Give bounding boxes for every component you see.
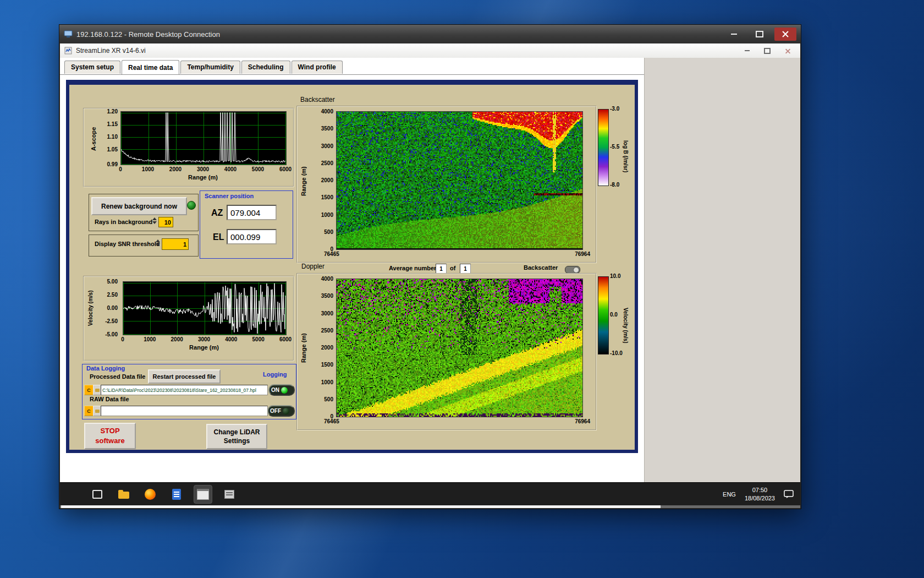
rays-spinner[interactable] [152,217,157,224]
close-icon [785,48,791,54]
velocity-xticks: 0 1000 2000 3000 4000 5000 6000 [123,336,285,343]
taskbar: ENG 07:50 18/08/2023 [60,482,800,505]
ascope-xlabel: Range (m) [120,174,285,181]
app-titlebar[interactable]: StreamLine XR v14-6.vi [60,43,800,58]
backscatter-toggle-switch[interactable] [565,266,580,274]
change-lidar-settings-button[interactable]: Change LiDAR Settings [206,424,267,449]
average-number-label: Average number [389,265,436,271]
az-label: AZ [211,208,223,218]
clock-date: 18/08/2023 [745,494,775,502]
doppler-title: Doppler [301,263,324,270]
az-value-field: 079.004 [227,205,277,220]
stop-software-button[interactable]: STOP software [84,423,136,449]
rdp-titlebar[interactable]: 192.168.0.122 - Remote Desktop Connectio… [59,25,801,43]
processed-path-field[interactable]: C:\LiDAR\Data\Proc\2023\202308\20230818\… [101,385,268,395]
doppler-heatmap [336,279,583,417]
scanner-position-title: Scanner position [205,193,254,199]
doppler-ylabel: Range (m) [300,320,307,375]
raw-logging-toggle[interactable]: OFF [267,405,295,417]
processed-logging-toggle[interactable]: ON [268,384,295,396]
backscatter-toggle-label: Backscatter [524,264,558,271]
processed-drive-button[interactable]: C [84,385,94,395]
backscatter-heatmap [336,111,583,250]
on-label: ON [271,387,279,393]
backscatter-colorbar-label: log B (/m/sr) [623,122,629,190]
rdp-title: 192.168.0.122 - Remote Desktop Connectio… [76,30,719,39]
ascope-yticks: 1.20 1.15 1.10 1.05 0.99 [100,111,119,164]
tab-bar: System setup Real time data Temp/humidit… [64,60,344,74]
snr-spinner[interactable] [156,239,160,246]
el-value-field: 000.099 [227,229,277,244]
raw-path-field[interactable] [101,406,268,416]
tab-real-time-data[interactable]: Real time data [122,60,179,74]
ascope-xticks: 0 1000 2000 3000 4000 5000 6000 [120,166,285,173]
tab-system-setup[interactable]: System setup [64,61,120,74]
rdp-close-button[interactable] [774,28,796,41]
editor-icon[interactable] [168,486,185,503]
backscatter-x-end: 76964 [565,251,590,257]
backscatter-x-start: 76465 [324,251,339,257]
app-restore-button[interactable] [759,46,776,56]
doppler-colorbar [598,276,609,355]
rdp-window: 192.168.0.122 - Remote Desktop Connectio… [59,24,801,509]
desktop-background: 192.168.0.122 - Remote Desktop Connectio… [0,0,924,578]
minimize-icon [731,34,737,35]
vi-front-panel: System setup Real time data Temp/humidit… [60,58,644,483]
active-app-icon[interactable] [194,486,212,503]
scanner-position-frame [200,190,293,259]
minimize-icon [745,50,750,51]
backscatter-title: Backscatter [300,96,335,103]
app-minimize-button[interactable] [739,46,755,56]
notification-icon[interactable] [784,490,794,499]
taskview-icon[interactable] [89,486,106,503]
taskbar-clock[interactable]: 07:50 18/08/2023 [745,486,775,502]
toggle-knob [573,267,579,273]
renew-led-indicator [187,201,196,210]
renew-background-button[interactable]: Renew background now [91,197,187,215]
velocity-xlabel: Range (m) [123,344,285,351]
tab-scheduling[interactable]: Scheduling [241,61,290,74]
doppler-yticks: 4000 3500 3000 2500 2000 1500 1000 500 0 [311,279,334,416]
firefox-icon[interactable] [141,486,159,503]
language-indicator[interactable]: ENG [723,491,736,498]
raw-browse-button[interactable] [93,406,101,416]
folder-icon [95,410,100,413]
raw-drive-button[interactable]: C [84,406,94,416]
rdp-connection-strip [61,505,661,508]
snr-threshold-label: Display SNR threshold [95,241,160,247]
snr-value-field[interactable]: 1 [162,238,189,250]
backscatter-yticks: 4000 3500 3000 2500 2000 1500 1000 500 0 [311,111,334,249]
streamline-app-window: StreamLine XR v14-6.vi System setup Real… [60,43,800,483]
backscatter-ylabel: Range (m) [300,154,307,209]
doppler-x-start: 76465 [324,418,339,424]
app-icon [64,47,72,54]
scan-software-icon[interactable] [221,486,238,503]
off-led-icon [283,408,289,415]
app-title: StreamLine XR v14-6.vi [76,47,735,54]
el-label: EL [213,232,224,242]
rdp-maximize-button[interactable] [749,28,771,41]
tab-temp-humidity[interactable]: Temp/humidity [180,61,240,74]
doppler-colorbar-label: Velocity (m/s) [623,290,629,361]
clock-time: 07:50 [745,486,775,494]
restore-icon [764,48,771,54]
restart-processed-file-button[interactable]: Restart processed file [148,369,221,384]
on-led-icon [281,387,288,394]
rdp-minimize-button[interactable] [723,28,745,41]
processed-browse-button[interactable] [93,385,101,395]
raw-data-file-label: RAW Data file [90,396,129,402]
velocity-plot [123,281,287,335]
processed-data-file-label: Processed Data file [90,373,146,380]
average-total-field[interactable]: 1 [460,264,471,274]
ascope-ylabel: A-scope [90,116,97,162]
backscatter-colorbar [598,109,609,186]
rays-value-field[interactable]: 10 [158,217,173,227]
ascope-plot [120,111,287,165]
of-label: of [450,265,455,271]
tab-wind-profile[interactable]: Wind profile [292,61,343,74]
average-number-field[interactable]: 1 [436,264,447,274]
rays-in-background-label: Rays in background [95,219,152,225]
app-close-button[interactable] [779,46,796,56]
velocity-ylabel: Velocity (m/s) [87,283,94,333]
file-explorer-icon[interactable] [115,486,133,503]
